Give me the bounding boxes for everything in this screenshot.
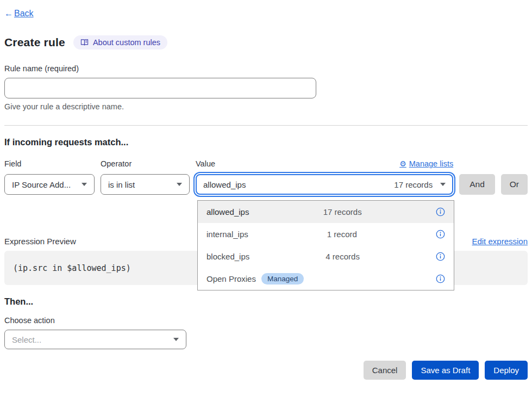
footer-actions: Cancel Save as Draft Deploy	[4, 361, 528, 380]
list-option[interactable]: blocked_ips 4 records	[198, 245, 454, 268]
about-custom-rules-badge[interactable]: About custom rules	[73, 35, 167, 50]
or-button[interactable]: Or	[501, 174, 528, 195]
info-icon[interactable]	[436, 207, 445, 217]
chevron-down-icon	[440, 183, 446, 186]
info-icon[interactable]	[436, 230, 445, 239]
match-row: Field IP Source Add... Operator is in li…	[4, 159, 528, 195]
rule-name-label: Rule name (required)	[4, 64, 528, 73]
field-column: Field IP Source Add...	[4, 159, 95, 195]
list-option-name: internal_ips	[206, 230, 248, 239]
field-label: Field	[4, 159, 95, 168]
page-title: Create rule	[4, 36, 65, 49]
list-option[interactable]: Open Proxies Managed	[198, 268, 454, 290]
managed-badge: Managed	[261, 273, 304, 285]
value-column: Value ⚙Manage lists allowed_ips 17 recor…	[196, 159, 453, 195]
manage-lists-label: Manage lists	[409, 159, 453, 168]
info-icon[interactable]	[436, 252, 445, 261]
back-label: Back	[14, 9, 34, 18]
action-select[interactable]: Select...	[4, 330, 186, 349]
about-badge-label: About custom rules	[93, 38, 160, 47]
value-combobox-records: 17 records	[394, 180, 433, 189]
create-rule-page: ←Back Create rule About custom rules Rul…	[0, 0, 532, 402]
save-as-draft-button[interactable]: Save as Draft	[412, 361, 479, 380]
back-link[interactable]: ←Back	[4, 9, 34, 18]
expression-preview-label: Expression Preview	[4, 237, 76, 246]
field-select-value: IP Source Add...	[12, 180, 71, 189]
value-listbox: allowed_ips 17 records internal_ips 1 re…	[197, 200, 454, 290]
list-option-records: 1 record	[327, 230, 357, 239]
choose-action-label: Choose action	[4, 316, 528, 325]
value-header: Value ⚙Manage lists	[196, 159, 453, 168]
expression-code: (ip.src in $allowed_ips)	[13, 263, 131, 273]
rule-name-helper: Give your rule a descriptive name.	[4, 102, 528, 111]
operator-select[interactable]: is in list	[101, 174, 190, 195]
book-icon	[80, 39, 89, 46]
list-option-name: allowed_ips	[206, 207, 249, 217]
deploy-button[interactable]: Deploy	[485, 361, 528, 380]
operator-column: Operator is in list	[101, 159, 190, 195]
list-option-records: 4 records	[326, 252, 360, 261]
edit-expression-link[interactable]: Edit expression	[472, 237, 528, 246]
match-heading: If incoming requests match...	[4, 137, 528, 147]
value-combobox[interactable]: allowed_ips 17 records	[196, 174, 453, 195]
chevron-down-icon	[177, 183, 182, 186]
chevron-down-icon	[82, 183, 87, 186]
value-combobox-selected: allowed_ips	[203, 180, 246, 189]
back-row: ←Back	[4, 9, 528, 18]
rule-name-input[interactable]	[4, 78, 316, 98]
section-divider	[4, 125, 528, 126]
back-arrow-icon: ←	[4, 9, 13, 18]
list-option-records: 17 records	[323, 207, 362, 217]
operator-select-value: is in list	[108, 180, 135, 189]
info-icon[interactable]	[436, 274, 445, 283]
action-select-placeholder: Select...	[12, 335, 41, 344]
cancel-button[interactable]: Cancel	[364, 361, 406, 380]
list-option-name: Open Proxies	[206, 274, 256, 283]
field-select[interactable]: IP Source Add...	[4, 174, 95, 195]
operator-label: Operator	[101, 159, 190, 168]
then-heading: Then...	[4, 296, 528, 307]
value-combobox-meta-group: 17 records	[394, 180, 446, 189]
list-option[interactable]: internal_ips 1 record	[198, 223, 454, 245]
list-option-name: blocked_ips	[206, 252, 249, 261]
value-label: Value	[196, 159, 215, 168]
manage-lists-link[interactable]: ⚙Manage lists	[399, 159, 453, 168]
chevron-down-icon	[173, 338, 179, 341]
list-option[interactable]: allowed_ips 17 records	[198, 201, 454, 223]
gear-icon: ⚙	[399, 159, 406, 168]
title-row: Create rule About custom rules	[4, 35, 528, 50]
and-button[interactable]: And	[459, 174, 495, 195]
